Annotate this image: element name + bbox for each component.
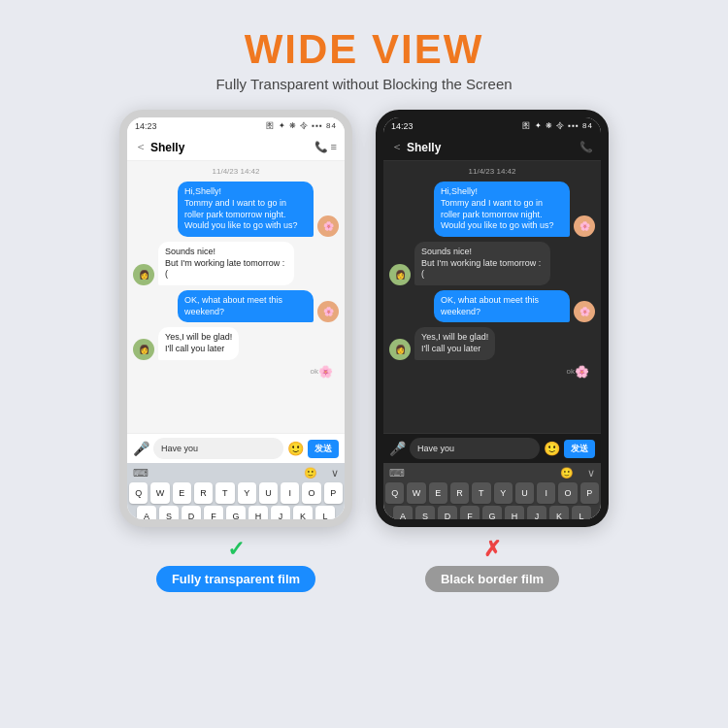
rkey-r[interactable]: R	[450, 482, 469, 504]
left-ok-text: ok	[311, 367, 318, 376]
key-t[interactable]: T	[215, 482, 234, 504]
key-s[interactable]: S	[159, 506, 179, 527]
rkey-i[interactable]: I	[537, 482, 555, 504]
key-e[interactable]: E	[173, 482, 191, 504]
key-i[interactable]: I	[281, 482, 299, 504]
rkey-q[interactable]: Q	[385, 482, 404, 504]
left-send-button[interactable]: 发送	[308, 440, 339, 458]
right-phone: 14:23 图 ✦ ❋ 令 ▪▪▪ 84 ＜ Shelly 📞 11/4/23 …	[376, 110, 609, 527]
rkey-y[interactable]: Y	[494, 482, 513, 504]
left-ok-line: ok 🌸	[133, 365, 339, 379]
right-kb-row-2: A S D F G H J K L	[385, 506, 599, 527]
right-avatar-recv-2: 👩	[389, 339, 411, 360]
right-status-bar: 14:23 图 ✦ ❋ 令 ▪▪▪ 84	[383, 117, 601, 134]
right-status-icons: 图 ✦ ❋ 令 ▪▪▪ 84	[522, 120, 593, 131]
check-mark-icon: ✓	[227, 537, 245, 562]
rkey-h[interactable]: H	[505, 506, 524, 527]
right-send-button[interactable]: 发送	[564, 440, 595, 458]
left-phone-wrapper: 14:23 图 ✦ ❋ 令 ▪▪▪ 84 ＜ Shelly 📞 ≡ 11/4/2…	[119, 110, 352, 592]
right-ok-text: ok	[567, 367, 575, 376]
rkey-p[interactable]: P	[580, 482, 599, 504]
rkey-f[interactable]: F	[460, 506, 480, 527]
left-text-input[interactable]: Have you	[153, 438, 283, 459]
left-date-label: 11/4/23 14:42	[133, 167, 339, 176]
left-kb-top-icons: ⌨ 🙂 ∨	[129, 466, 343, 480]
right-emoji-icon[interactable]: 🙂	[544, 441, 560, 456]
right-bubble-sent-1: Hi,Shelly!Tommy and I want to go in roll…	[434, 182, 570, 237]
left-back-arrow[interactable]: ＜	[135, 139, 147, 155]
right-ok-line: ok 🌸	[389, 365, 595, 379]
rkey-e[interactable]: E	[429, 482, 447, 504]
right-msg-recv-2: 👩 Yes,I will be glad!I'll call you later	[389, 327, 595, 359]
key-f[interactable]: F	[204, 506, 223, 527]
left-header-icons: 📞 ≡	[314, 141, 337, 153]
rkey-t[interactable]: T	[472, 482, 490, 504]
left-bubble-recv-2: Yes,I will be glad!I'll call you later	[158, 327, 239, 359]
key-l[interactable]: L	[315, 506, 335, 527]
key-o[interactable]: O	[302, 482, 320, 504]
left-avatar-recv-2: 👩	[133, 339, 154, 360]
key-a[interactable]: A	[137, 506, 156, 527]
right-back-arrow[interactable]: ＜	[391, 139, 403, 155]
right-avatar-recv-1: 👩	[389, 264, 411, 285]
page-header: WIDE VIEW Fully Transparent without Bloc…	[215, 27, 512, 92]
left-ok-emoji: 🌸	[318, 365, 333, 379]
left-input-area: 🎤 Have you 🙂 发送	[127, 433, 345, 463]
key-p[interactable]: P	[324, 482, 343, 504]
right-label-row: ✗ Black border film	[425, 537, 559, 592]
rkey-u[interactable]: U	[515, 482, 534, 504]
left-msg-sent-2: OK, what about meet this weekend? 🌸	[133, 290, 339, 322]
right-avatar-sent-1: 🌸	[574, 215, 595, 237]
key-k[interactable]: K	[293, 506, 313, 527]
right-input-area: 🎤 Have you 🙂 发送	[383, 433, 601, 463]
right-text-input[interactable]: Have you	[410, 438, 540, 459]
key-h[interactable]: H	[248, 506, 268, 527]
right-date-label: 11/4/23 14:42	[389, 167, 595, 176]
key-r[interactable]: R	[194, 482, 213, 504]
left-status-icons: 图 ✦ ❋ 令 ▪▪▪ 84	[266, 120, 337, 131]
right-chat-name: Shelly	[407, 141, 579, 154]
left-emoji-icon[interactable]: 🙂	[287, 441, 304, 456]
left-status-time: 14:23	[135, 121, 157, 131]
rkey-k[interactable]: K	[549, 506, 569, 527]
right-phone-label: Black border film	[425, 566, 559, 592]
left-chat-body: 11/4/23 14:42 Hi,Shelly!Tommy and I want…	[127, 161, 345, 433]
rkey-d[interactable]: D	[438, 506, 457, 527]
left-phone: 14:23 图 ✦ ❋ 令 ▪▪▪ 84 ＜ Shelly 📞 ≡ 11/4/2…	[119, 110, 352, 527]
rkey-w[interactable]: W	[407, 482, 425, 504]
left-label-row: ✓ Fully transparent film	[156, 537, 315, 592]
right-header-icons: 📞	[579, 141, 593, 153]
rkey-o[interactable]: O	[558, 482, 577, 504]
right-bubble-sent-2: OK, what about meet this weekend?	[434, 290, 570, 322]
cross-mark-icon: ✗	[483, 537, 501, 562]
left-msg-sent-1: Hi,Shelly!Tommy and I want to go in roll…	[133, 182, 339, 237]
right-chat-body: 11/4/23 14:42 Hi,Shelly!Tommy and I want…	[383, 161, 601, 433]
key-d[interactable]: D	[182, 506, 201, 527]
right-kb-row-1: Q W E R T Y U I O P	[385, 482, 599, 504]
right-msg-sent-1: Hi,Shelly!Tommy and I want to go in roll…	[389, 182, 595, 237]
page-title: WIDE VIEW	[215, 27, 512, 72]
rkey-j[interactable]: J	[527, 506, 546, 527]
left-avatar-sent-2: 🌸	[317, 301, 339, 322]
left-chat-header: ＜ Shelly 📞 ≡	[127, 134, 345, 161]
key-j[interactable]: J	[271, 506, 290, 527]
key-q[interactable]: Q	[129, 482, 148, 504]
key-u[interactable]: U	[259, 482, 278, 504]
key-g[interactable]: G	[226, 506, 246, 527]
rkey-l[interactable]: L	[572, 506, 591, 527]
rkey-s[interactable]: S	[415, 506, 435, 527]
left-mic-icon[interactable]: 🎤	[133, 441, 149, 456]
right-status-time: 14:23	[391, 121, 414, 131]
right-kb-top-icons: ⌨ 🙂 ∨	[385, 466, 599, 480]
key-w[interactable]: W	[150, 482, 169, 504]
left-status-bar: 14:23 图 ✦ ❋ 令 ▪▪▪ 84	[127, 117, 345, 134]
right-mic-icon[interactable]: 🎤	[389, 441, 406, 456]
key-y[interactable]: Y	[238, 482, 256, 504]
left-chat-name: Shelly	[150, 141, 314, 154]
rkey-g[interactable]: G	[482, 506, 502, 527]
rkey-a[interactable]: A	[393, 506, 413, 527]
right-msg-sent-2: OK, what about meet this weekend? 🌸	[389, 290, 595, 322]
left-kb-row-2: A S D F G H J K L	[129, 506, 343, 527]
left-avatar-sent-1: 🌸	[317, 215, 339, 237]
left-phone-label: Fully transparent film	[156, 566, 315, 592]
